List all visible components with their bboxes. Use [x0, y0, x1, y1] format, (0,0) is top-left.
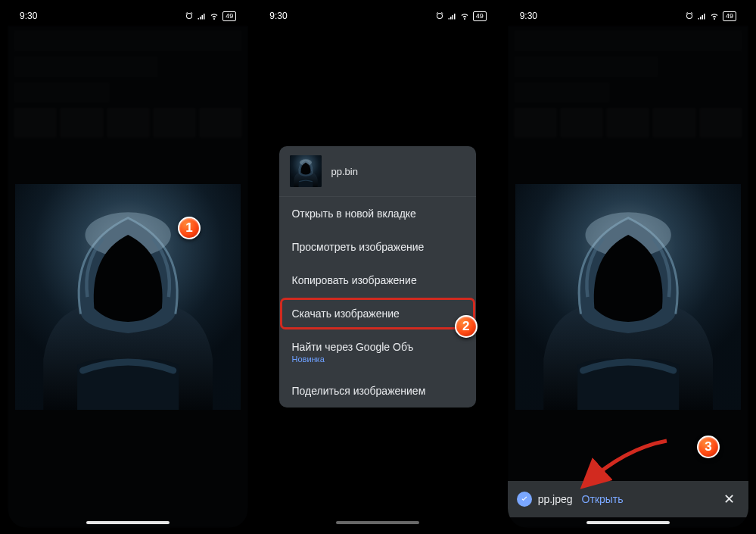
context-menu-filename: pp.bin — [331, 166, 357, 177]
ctx-item-sublabel: Новинка — [291, 354, 464, 364]
status-time: 9:30 — [20, 11, 37, 21]
hooded-figure-image[interactable] — [515, 184, 741, 410]
download-snackbar: pp.jpeg Открыть ✕ — [508, 481, 748, 517]
status-bar: 9:30 49 — [508, 6, 748, 26]
snackbar-open-action[interactable]: Открыть — [582, 493, 624, 505]
alarm-icon — [685, 11, 694, 20]
home-indicator[interactable] — [586, 521, 670, 524]
signal-icon — [697, 11, 706, 20]
status-bar: 9:30 49 — [8, 6, 248, 26]
status-icons: 49 — [685, 11, 736, 21]
image-viewer[interactable] — [15, 184, 241, 460]
status-time: 9:30 — [520, 11, 537, 21]
context-menu-header: pp.bin — [279, 146, 476, 197]
phone-screen-1: 9:30 49 1 — [8, 6, 248, 528]
ctx-item-label: Найти через Google Объ — [291, 341, 413, 353]
context-menu: pp.bin Открыть в новой вкладке Просмотре… — [279, 146, 476, 408]
alarm-icon — [435, 11, 444, 20]
status-time: 9:30 — [269, 11, 287, 21]
image-viewer[interactable] — [515, 184, 741, 460]
wifi-icon — [709, 11, 720, 20]
home-indicator[interactable] — [86, 521, 170, 524]
snackbar-close[interactable]: ✕ — [719, 488, 739, 511]
wifi-icon — [459, 11, 470, 20]
signal-icon — [447, 11, 456, 20]
snackbar-filename: pp.jpeg — [538, 493, 573, 505]
ctx-item-view-image[interactable]: Просмотреть изображение — [279, 230, 476, 264]
status-bar: 9:30 49 — [257, 6, 498, 26]
status-icons: 49 — [435, 11, 487, 21]
ctx-item-open-new-tab[interactable]: Открыть в новой вкладке — [279, 197, 476, 230]
ctx-item-share-image[interactable]: Поделиться изображением — [279, 374, 476, 408]
hooded-figure-image[interactable] — [15, 184, 241, 410]
ctx-item-google-lens[interactable]: Найти через Google Объ Новинка — [279, 330, 476, 374]
battery-indicator: 49 — [222, 11, 236, 21]
status-icons: 49 — [185, 11, 236, 21]
annotation-badge-2: 2 — [455, 315, 478, 338]
context-menu-overlay[interactable]: pp.bin Открыть в новой вкладке Просмотре… — [257, 26, 498, 528]
annotation-badge-1: 1 — [178, 217, 201, 239]
ctx-item-download-image[interactable]: Скачать изображение — [279, 297, 476, 330]
signal-icon — [197, 11, 206, 20]
phone-screen-2: 9:30 49 pp.bin Открыть в новой вкладке П… — [257, 6, 498, 528]
ctx-item-copy-image[interactable]: Копировать изображение — [279, 264, 476, 297]
battery-indicator: 49 — [473, 11, 487, 21]
context-menu-thumbnail — [290, 155, 322, 187]
phone-screen-3: 9:30 49 pp.jpeg Открыть ✕ 3 — [508, 6, 748, 528]
annotation-badge-3: 3 — [697, 436, 720, 458]
wifi-icon — [209, 11, 219, 20]
alarm-icon — [185, 11, 194, 20]
check-icon — [517, 492, 532, 507]
battery-indicator: 49 — [723, 11, 736, 21]
